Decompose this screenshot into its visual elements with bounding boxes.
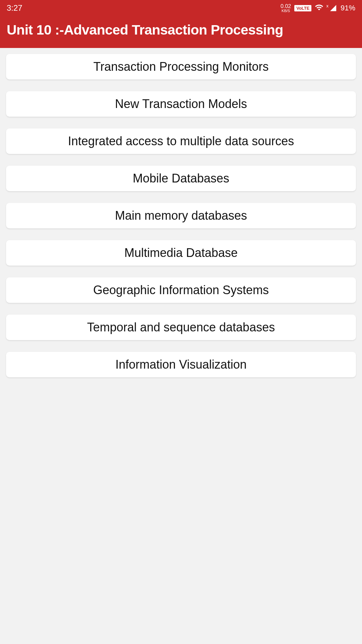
status-bar: 3:27 0.02 KB/S VoLTE x 91%: [0, 0, 362, 16]
topic-item-integrated-access[interactable]: Integrated access to multiple data sourc…: [6, 128, 356, 154]
data-rate-indicator: 0.02 KB/S: [281, 4, 291, 13]
battery-percentage: 91%: [341, 4, 355, 12]
signal-x-label: x: [326, 3, 328, 8]
signal-icon: x: [327, 4, 337, 12]
data-rate-value: 0.02: [281, 4, 291, 9]
topic-item-transaction-processing-monitors[interactable]: Transaction Processing Monitors: [6, 54, 356, 79]
wifi-icon: [315, 3, 323, 13]
data-rate-unit: KB/S: [282, 9, 290, 13]
page-title: Unit 10 :-Advanced Transaction Processin…: [7, 22, 355, 38]
topic-item-main-memory-databases[interactable]: Main memory databases: [6, 203, 356, 228]
status-right: 0.02 KB/S VoLTE x 91%: [281, 3, 355, 13]
app-header: Unit 10 :-Advanced Transaction Processin…: [0, 16, 362, 48]
topic-item-mobile-databases[interactable]: Mobile Databases: [6, 166, 356, 191]
topic-item-new-transaction-models[interactable]: New Transaction Models: [6, 91, 356, 117]
topic-item-geographic-information-systems[interactable]: Geographic Information Systems: [6, 277, 356, 303]
topic-item-multimedia-database[interactable]: Multimedia Database: [6, 240, 356, 266]
volte-badge: VoLTE: [294, 5, 311, 11]
topic-list: Transaction Processing Monitors New Tran…: [0, 48, 362, 383]
topic-item-information-visualization[interactable]: Information Visualization: [6, 352, 356, 377]
status-time: 3:27: [7, 3, 22, 13]
topic-item-temporal-sequence-databases[interactable]: Temporal and sequence databases: [6, 315, 356, 340]
